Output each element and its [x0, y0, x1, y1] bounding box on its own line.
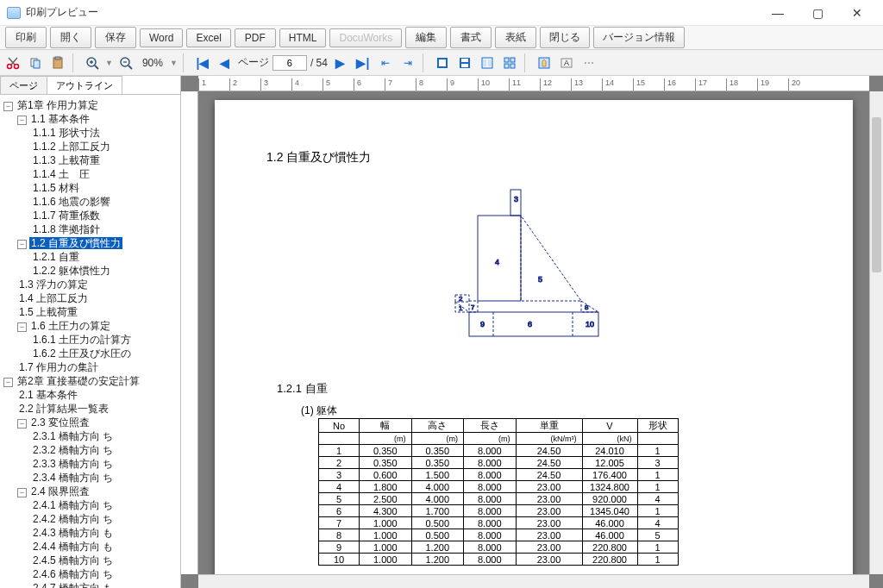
svg-rect-16	[504, 58, 509, 62]
svg-rect-9	[439, 59, 446, 66]
tree-s1-6[interactable]: 1.6 土圧力の算定	[29, 320, 112, 332]
svg-rect-17	[510, 58, 515, 62]
horizontal-scrollbar[interactable]	[198, 574, 869, 588]
outline-tree[interactable]: −第1章 作用力算定 −1.1 基本条件 1.1.1 形状寸法 1.1.2 上部…	[0, 95, 180, 588]
hand-tool-icon[interactable]	[535, 53, 554, 72]
tree-s2-4[interactable]: 2.4 限界照査	[29, 485, 91, 497]
save-button[interactable]: 保存	[95, 27, 136, 48]
vertical-scrollbar[interactable]	[869, 91, 883, 574]
close-button[interactable]: ✕	[838, 3, 876, 22]
cover-button[interactable]: 表紙	[495, 27, 536, 48]
tree-s1-1-8[interactable]: 1.1.8 準拠指針	[31, 223, 102, 235]
svg-text:6: 6	[528, 320, 532, 328]
page-number-input[interactable]	[272, 55, 307, 71]
tab-outline[interactable]: アウトライン	[47, 76, 122, 94]
zoom-in-icon[interactable]	[83, 53, 102, 72]
grid-page-icon[interactable]	[500, 53, 519, 72]
prev-page-icon[interactable]: ◀	[216, 53, 235, 72]
tree-s1-1-7[interactable]: 1.1.7 荷重係数	[31, 210, 102, 222]
edit-button[interactable]: 編集	[405, 27, 447, 48]
page-scroll[interactable]: 1.2 自重及び慣性力 3 4 5 2 1 7	[198, 91, 869, 574]
tree-s1-1-2[interactable]: 1.1.2 上部工反力	[31, 141, 112, 153]
tree-s1-1-6[interactable]: 1.1.6 地震の影響	[31, 196, 112, 208]
tree-s2-4-7[interactable]: 2.4.7 橋軸方向 も	[31, 582, 115, 588]
svg-point-1	[15, 64, 19, 68]
page-total: / 54	[310, 57, 328, 69]
cut-icon[interactable]	[3, 53, 22, 72]
main-toolbar: 印刷 開く 保存 Word Excel PDF HTML DocuWorks 編…	[0, 26, 883, 50]
tree-s1-6-1[interactable]: 1.6.1 土圧力の計算方	[31, 334, 133, 346]
more-icon[interactable]: ⋯	[579, 53, 598, 72]
tree-s2-1[interactable]: 2.1 基本条件	[17, 389, 79, 401]
tree-s1-4[interactable]: 1.4 上部工反力	[17, 292, 90, 304]
table-body-weight: No幅高さ長さ単重V形状(m)(m)(m)(kN/m³)(kN)10.3500.…	[318, 418, 679, 566]
tree-s2-3-1[interactable]: 2.3.1 橋軸方向 ち	[31, 430, 115, 442]
tree-s2-4-3[interactable]: 2.4.3 橋軸方向 も	[31, 527, 115, 539]
minimize-button[interactable]: —	[759, 3, 797, 22]
tree-ch1[interactable]: 第1章 作用力算定	[16, 99, 100, 111]
open-button[interactable]: 開く	[50, 27, 91, 48]
single-page-icon[interactable]	[433, 53, 452, 72]
svg-rect-12	[461, 64, 468, 67]
next-page-icon[interactable]: ▶	[331, 53, 350, 72]
tree-s1-2-1[interactable]: 1.2.1 自重	[31, 251, 81, 263]
tree-s2-3[interactable]: 2.3 変位照査	[29, 416, 91, 428]
tree-s1-1[interactable]: 1.1 基本条件	[29, 113, 91, 125]
svg-text:9: 9	[480, 320, 485, 328]
tree-s2-3-3[interactable]: 2.3.3 橋軸方向 ち	[31, 458, 115, 470]
heading-1-2: 1.2 自重及び慣性力	[266, 150, 801, 166]
maximize-button[interactable]: ▢	[798, 3, 836, 22]
move-right-icon[interactable]: ⇥	[398, 53, 417, 72]
tree-s1-1-3[interactable]: 1.1.3 上載荷重	[31, 154, 102, 166]
print-button[interactable]: 印刷	[5, 27, 47, 48]
format-button[interactable]: 書式	[450, 27, 492, 48]
svg-rect-18	[504, 64, 509, 68]
two-page-icon[interactable]	[478, 53, 497, 72]
svg-text:2: 2	[459, 295, 463, 303]
excel-button[interactable]: Excel	[186, 28, 230, 47]
svg-text:10: 10	[586, 320, 594, 328]
move-left-icon[interactable]: ⇤	[376, 53, 395, 72]
tree-s1-6-2[interactable]: 1.6.2 土圧及び水圧の	[31, 347, 133, 360]
svg-rect-19	[510, 64, 515, 68]
tree-s1-1-4[interactable]: 1.1.4 土 圧	[31, 168, 91, 180]
text-select-icon[interactable]: A	[557, 53, 576, 72]
tree-s2-3-4[interactable]: 2.3.4 橋軸方向 ち	[31, 472, 115, 484]
close-doc-button[interactable]: 閉じる	[540, 27, 590, 48]
tree-s1-2-2[interactable]: 1.2.2 躯体慣性力	[31, 265, 112, 277]
version-button[interactable]: バージョン情報	[593, 27, 685, 48]
tree-s1-7[interactable]: 1.7 作用力の集計	[17, 361, 100, 373]
last-page-icon[interactable]: ▶|	[354, 53, 373, 72]
copy-icon[interactable]	[26, 53, 45, 72]
zoom-out-icon[interactable]	[116, 53, 135, 72]
tree-s1-2[interactable]: 1.2 自重及び慣性力	[29, 237, 122, 249]
tree-s2-4-5[interactable]: 2.4.5 橋軸方向 ち	[31, 554, 115, 566]
svg-text:5: 5	[538, 275, 542, 284]
heading-1-2-1: 1.2.1 自重	[266, 381, 801, 397]
word-button[interactable]: Word	[140, 28, 183, 47]
outline-pane: ページ アウトライン −第1章 作用力算定 −1.1 基本条件 1.1.1 形状…	[0, 76, 181, 588]
tree-ch2[interactable]: 第2章 直接基礎の安定計算	[16, 375, 141, 387]
tree-s2-2[interactable]: 2.2 計算結果一覧表	[17, 403, 110, 415]
tree-s2-3-2[interactable]: 2.3.2 橋軸方向 ち	[31, 444, 115, 456]
tree-s1-1-1[interactable]: 1.1.1 形状寸法	[31, 127, 102, 139]
svg-text:1: 1	[459, 304, 463, 312]
tree-s1-1-5[interactable]: 1.1.5 材料	[31, 182, 81, 194]
structure-diagram: 3 4 5 2 1 7 8 9	[435, 183, 633, 355]
tree-s2-4-6[interactable]: 2.4.6 橋軸方向 ち	[31, 568, 115, 580]
docuworks-button: DocuWorks	[329, 28, 402, 47]
first-page-icon[interactable]: |◀	[193, 53, 212, 72]
svg-point-0	[8, 64, 12, 68]
tree-s2-4-4[interactable]: 2.4.4 橋軸方向 も	[31, 541, 115, 553]
vertical-ruler	[181, 91, 198, 574]
tree-s1-3[interactable]: 1.3 浮力の算定	[17, 278, 90, 291]
svg-text:A: A	[564, 59, 569, 67]
continuous-page-icon[interactable]	[455, 53, 474, 72]
tree-s1-5[interactable]: 1.5 上載荷重	[17, 306, 79, 318]
pdf-button[interactable]: PDF	[235, 28, 276, 47]
tree-s2-4-1[interactable]: 2.4.1 橋軸方向 ち	[31, 499, 115, 511]
tree-s2-4-2[interactable]: 2.4.2 橋軸方向 ち	[31, 513, 115, 525]
paste-icon[interactable]	[48, 53, 67, 72]
tab-page[interactable]: ページ	[0, 76, 47, 94]
html-button[interactable]: HTML	[279, 28, 327, 47]
